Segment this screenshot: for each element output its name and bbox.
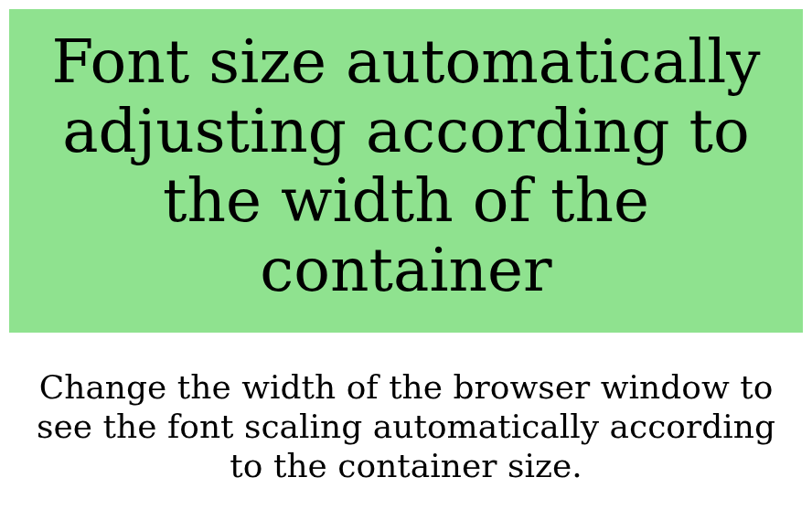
heading-container: Font size automatically adjusting accord… bbox=[9, 9, 803, 333]
page-heading: Font size automatically adjusting accord… bbox=[37, 27, 775, 305]
instruction-text: Change the width of the browser window t… bbox=[9, 367, 803, 486]
